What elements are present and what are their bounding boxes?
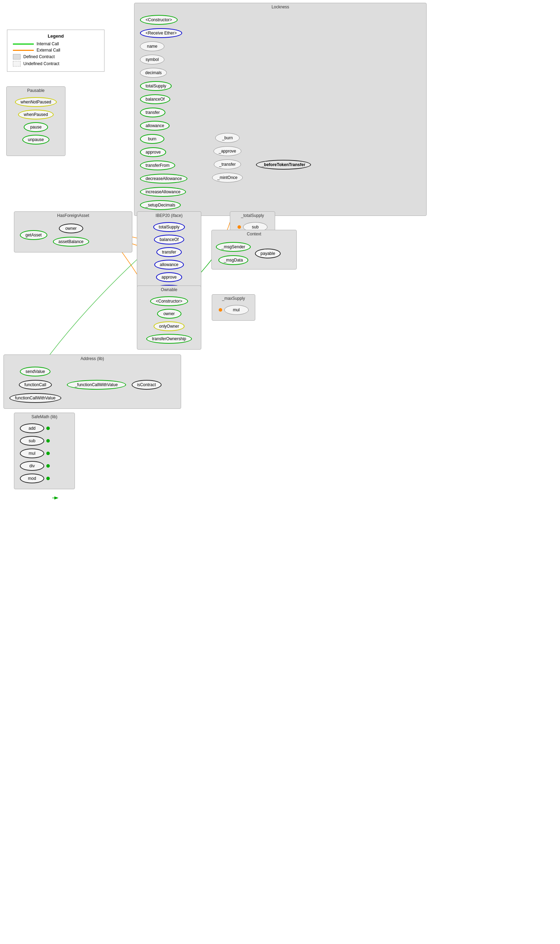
node-approve-lockness[interactable]: approve [140, 147, 166, 157]
internal-call-line [13, 43, 34, 45]
node-transfer-internal[interactable]: _transfer [214, 160, 241, 169]
node-div-safemath[interactable]: div [20, 461, 44, 471]
context-right: payable [255, 249, 281, 258]
ibep20-title: IBEP20 (iface) [137, 212, 201, 221]
dot-mul-sm [46, 452, 50, 455]
node-isContract[interactable]: isContract [132, 380, 162, 390]
node-mintOnce[interactable]: _mintOnce [212, 173, 243, 183]
pausable-content: whenNotPaused whenPaused pause unpause [7, 96, 65, 150]
defined-contract-swatch [13, 54, 20, 60]
safemath-content: add sub mul div mod [14, 422, 74, 489]
ownable-content: <Constructor> owner onlyOwner transferOw… [137, 295, 201, 349]
node-mul-maxsupply[interactable]: mul [224, 305, 249, 315]
pausable-box: Pausable whenNotPaused whenPaused pause … [6, 86, 66, 156]
node-assetBalance[interactable]: assetBalance [53, 237, 89, 246]
node-decreaseAllowance[interactable]: decreaseAllowance [140, 174, 188, 183]
node-payable[interactable]: payable [255, 249, 281, 258]
node-msgData[interactable]: _msgData [218, 255, 249, 265]
maxsupply-box: _maxSupply mul [212, 294, 255, 321]
node-whenPaused[interactable]: whenPaused [18, 110, 53, 120]
node-increaseAllowance[interactable]: increaseAllowance [140, 187, 186, 197]
node-functionCallWithValue-outer[interactable]: functionCallWithValue [9, 393, 61, 403]
node-transferFrom-lockness[interactable]: transferFrom [140, 160, 175, 170]
totalsupply-title: _totalSupply [230, 212, 275, 221]
legend-internal-call: Internal Call [13, 42, 98, 46]
legend-defined-contract: Defined Contract [13, 54, 98, 60]
node-burn-lockness[interactable]: burn [140, 134, 165, 144]
node-mul-safemath[interactable]: mul [20, 449, 44, 458]
node-totalSupply-lockness[interactable]: totalSupply [140, 81, 172, 91]
ownable-title: Ownable [137, 286, 201, 295]
node-balanceOf-lockness[interactable]: balanceOf [140, 94, 170, 104]
node-owner-hfa[interactable]: owner [59, 224, 83, 233]
lockness-right-nodes: _beforeTokenTransfer [252, 15, 315, 210]
node-constructor-ownable[interactable]: <Constructor> [150, 296, 188, 306]
legend-title: Legend [13, 34, 98, 38]
internal-call-label: Internal Call [37, 42, 59, 46]
node-allowance-ibep20[interactable]: allowance [154, 260, 184, 269]
external-call-label: External Call [37, 48, 60, 52]
node-sub-safemath[interactable]: sub [20, 436, 44, 446]
dot-add-sm [46, 427, 50, 430]
node-add-safemath[interactable]: add [20, 423, 44, 433]
legend-box: Legend Internal Call External Call Defin… [7, 29, 105, 72]
node-totalSupply-ibep20[interactable]: totalSupply [153, 222, 185, 232]
lockness-left-nodes: <Constructor> <Receive Ether> name symbo… [140, 15, 203, 210]
node-name[interactable]: name [140, 42, 165, 51]
node-transfer-ibep20[interactable]: transfer [156, 247, 182, 257]
dot-mod-sm [46, 477, 50, 480]
hfa-right: owner assetBalance [53, 224, 89, 246]
node-receive-ether[interactable]: <Receive Ether> [140, 28, 182, 38]
node-decimals[interactable]: decimals [140, 68, 167, 78]
node-onlyOwner[interactable]: onlyOwner [154, 321, 185, 331]
address-left: sendValue functionCall functionCallWithV… [9, 367, 61, 403]
external-call-line [13, 50, 34, 51]
node-transferOwnership[interactable]: transferOwnership [146, 334, 192, 344]
node-pause[interactable]: pause [24, 122, 48, 132]
node-getAsset[interactable]: getAsset [20, 230, 48, 240]
node-burn-internal[interactable]: _burn [215, 133, 240, 143]
node-approve-ibep20[interactable]: approve [156, 272, 182, 282]
dot-sub [237, 225, 241, 229]
address-box: Address (lib) sendValue functionCall fun… [3, 355, 181, 409]
context-box: Context _msgSender _msgData payable [211, 230, 297, 269]
legend-external-call: External Call [13, 48, 98, 52]
dot-mul-maxsupply [219, 308, 222, 312]
pausable-title: Pausable [7, 87, 65, 96]
defined-contract-label: Defined Contract [23, 54, 55, 59]
context-left: _msgSender _msgData [216, 242, 251, 265]
node-transfer-lockness[interactable]: transfer [140, 108, 165, 117]
node-functionCall[interactable]: functionCall [19, 380, 52, 390]
safemath-box: SafeMath (lib) add sub mul div mod [14, 413, 75, 489]
node-sendValue[interactable]: sendValue [20, 367, 51, 377]
node-functionCallWithValue-inner[interactable]: _functionCallWithValue [67, 380, 126, 390]
node-beforeTokenTransfer[interactable]: _beforeTokenTransfer [256, 160, 311, 169]
context-title: Context [212, 230, 296, 239]
address-right: isContract [132, 380, 162, 390]
node-mod-safemath[interactable]: mod [20, 474, 44, 483]
legend-undefined-contract: Undefined Contract [13, 61, 98, 66]
node-setupDecimals[interactable]: _setupDecimals [140, 200, 181, 210]
undefined-contract-swatch [13, 61, 20, 66]
node-allowance-lockness[interactable]: allowance [140, 121, 169, 131]
maxsupply-title: _maxSupply [212, 295, 255, 304]
undefined-contract-label: Undefined Contract [23, 61, 59, 66]
hfa-title: HasForeignAsset [14, 212, 132, 221]
address-mid: _functionCallWithValue [67, 380, 126, 390]
node-owner-ownable[interactable]: owner [157, 309, 182, 318]
hfa-left: getAsset [20, 230, 48, 240]
node-constructor-lockness[interactable]: <Constructor> [140, 15, 178, 25]
address-title: Address (lib) [4, 355, 181, 364]
ownable-box: Ownable <Constructor> owner onlyOwner tr… [137, 286, 201, 350]
node-balanceOf-ibep20[interactable]: balanceOf [154, 235, 184, 244]
node-msgSender[interactable]: _msgSender [216, 242, 251, 252]
node-whenNotPaused[interactable]: whenNotPaused [15, 97, 57, 107]
node-approve-internal[interactable]: _approve [214, 146, 242, 156]
lockness-mid-nodes: _burn _approve _transfer _mintOnce [208, 15, 246, 210]
lockness-box: Lockness <Constructor> <Receive Ether> n… [134, 3, 427, 216]
dot-div-sm [46, 464, 50, 467]
node-unpause[interactable]: unpause [22, 135, 49, 145]
node-symbol[interactable]: symbol [140, 55, 165, 65]
safemath-title: SafeMath (lib) [14, 413, 74, 422]
maxsupply-content: mul [212, 304, 255, 320]
